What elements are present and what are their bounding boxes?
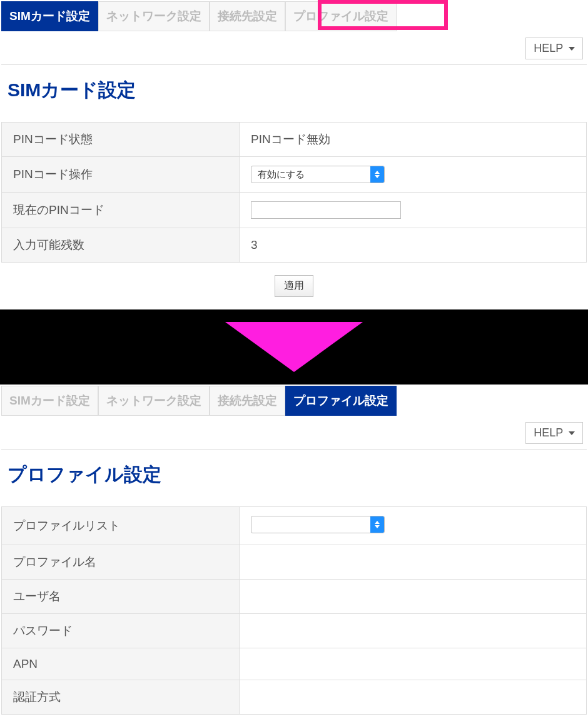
row-profile-name: プロファイル名 xyxy=(2,545,587,580)
tab-bar-2: SIMカード設定 ネットワーク設定 接続先設定 プロファイル設定 xyxy=(1,386,587,416)
down-arrow-icon xyxy=(225,322,363,372)
chevron-down-icon xyxy=(569,47,575,51)
transition-arrow-band xyxy=(0,309,588,385)
tab-profile-2[interactable]: プロファイル設定 xyxy=(285,386,397,416)
tab-sim-card-2[interactable]: SIMカード設定 xyxy=(1,386,98,416)
help-dropdown[interactable]: HELP xyxy=(525,38,583,59)
label-profile-list: プロファイルリスト xyxy=(2,507,240,545)
tab-connection-2[interactable]: 接続先設定 xyxy=(210,386,285,416)
label-pin-operation: PINコード操作 xyxy=(2,157,240,193)
label-password: パスワード xyxy=(2,614,240,648)
chevron-down-icon-2 xyxy=(569,431,575,435)
label-pin-status: PINコード状態 xyxy=(2,123,240,157)
current-pin-input[interactable] xyxy=(251,201,401,219)
profile-list-select-value xyxy=(251,516,370,533)
row-apn: APN xyxy=(2,648,587,680)
apply-button[interactable]: 適用 xyxy=(275,275,313,297)
help-row-2: HELP xyxy=(1,418,587,450)
help-dropdown-2[interactable]: HELP xyxy=(525,422,583,444)
label-remaining: 入力可能残数 xyxy=(2,228,240,263)
row-password: パスワード xyxy=(2,614,587,648)
profile-settings-table: プロファイルリスト プロファイル名 ユーザ名 パスワード APN xyxy=(1,506,587,715)
value-username xyxy=(240,580,587,614)
pin-operation-select-value: 有効にする xyxy=(251,166,370,183)
row-pin-status: PINコード状態 PINコード無効 xyxy=(2,123,587,157)
apply-row: 適用 xyxy=(1,275,587,297)
tab-network[interactable]: ネットワーク設定 xyxy=(98,1,210,31)
sim-card-settings-screen: SIMカード設定 ネットワーク設定 接続先設定 プロファイル設定 HELP SI… xyxy=(0,0,588,309)
row-current-pin: 現在のPINコード xyxy=(2,193,587,228)
label-profile-name: プロファイル名 xyxy=(2,545,240,580)
row-remaining: 入力可能残数 3 xyxy=(2,228,587,263)
tab-profile[interactable]: プロファイル設定 xyxy=(285,1,397,31)
tab-bar: SIMカード設定 ネットワーク設定 接続先設定 プロファイル設定 xyxy=(1,1,587,31)
profile-list-select[interactable] xyxy=(251,516,385,533)
value-remaining: 3 xyxy=(240,228,587,263)
value-auth xyxy=(240,680,587,715)
label-apn: APN xyxy=(2,648,240,680)
row-pin-operation: PINコード操作 有効にする xyxy=(2,157,587,193)
row-username: ユーザ名 xyxy=(2,580,587,614)
sim-settings-table: PINコード状態 PINコード無効 PINコード操作 有効にする 現在のPINコ… xyxy=(1,122,587,263)
label-current-pin: 現在のPINコード xyxy=(2,193,240,228)
page-title-2: プロファイル設定 xyxy=(8,462,587,488)
cell-current-pin xyxy=(240,193,587,228)
pin-operation-select[interactable]: 有効にする xyxy=(251,166,385,183)
profile-settings-screen: SIMカード設定 ネットワーク設定 接続先設定 プロファイル設定 HELP プロ… xyxy=(0,385,588,724)
select-stepper-icon-2 xyxy=(370,516,384,533)
value-password xyxy=(240,614,587,648)
help-label-2: HELP xyxy=(534,426,563,439)
page-title: SIMカード設定 xyxy=(8,78,587,103)
tab-connection[interactable]: 接続先設定 xyxy=(210,1,285,31)
help-label: HELP xyxy=(534,42,563,54)
tab-sim-card[interactable]: SIMカード設定 xyxy=(1,1,98,31)
label-username: ユーザ名 xyxy=(2,580,240,614)
row-profile-list: プロファイルリスト xyxy=(2,507,587,545)
label-auth: 認証方式 xyxy=(2,680,240,715)
row-auth: 認証方式 xyxy=(2,680,587,715)
select-stepper-icon xyxy=(370,166,384,183)
cell-profile-list xyxy=(240,507,587,545)
value-pin-status: PINコード無効 xyxy=(240,123,587,157)
value-apn xyxy=(240,648,587,680)
value-profile-name xyxy=(240,545,587,580)
help-row: HELP xyxy=(1,34,587,65)
tab-network-2[interactable]: ネットワーク設定 xyxy=(98,386,210,416)
cell-pin-operation: 有効にする xyxy=(240,157,587,193)
